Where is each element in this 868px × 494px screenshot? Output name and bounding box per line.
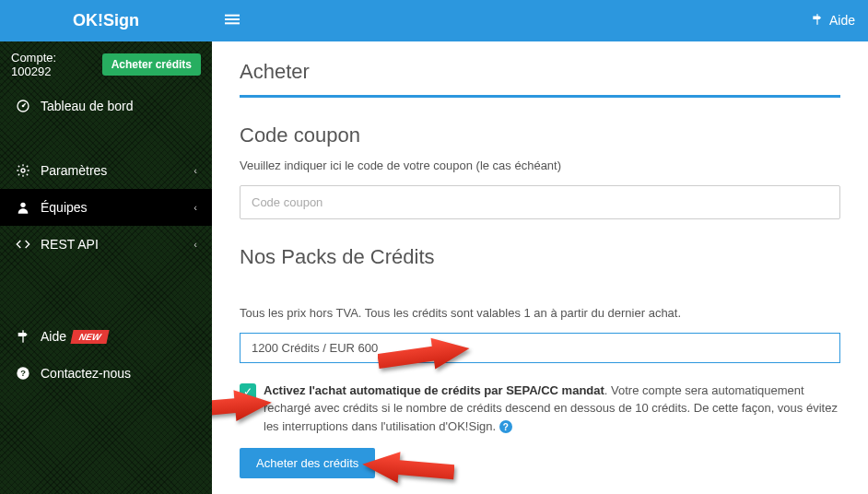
- buy-credits-small-button[interactable]: Acheter crédits: [102, 53, 201, 76]
- sidebar-item-params[interactable]: Paramètres ‹: [0, 152, 212, 189]
- tva-note: Tous les prix hors TVA. Tous les crédits…: [240, 306, 840, 320]
- buy-credits-button[interactable]: Acheter des crédits: [240, 448, 375, 478]
- user-icon: [15, 200, 31, 215]
- svg-text:?: ?: [20, 369, 26, 378]
- account-row: Compte: 100292 Acheter crédits: [0, 41, 212, 88]
- chevron-left-icon: ‹: [194, 202, 197, 213]
- gear-icon: [15, 163, 31, 178]
- coupon-heading: Code coupon: [240, 124, 840, 147]
- brand-logo: OK!Sign: [0, 0, 212, 41]
- page-title: Acheter: [240, 60, 840, 84]
- sidebar-item-rest-api[interactable]: REST API ‹: [0, 226, 212, 263]
- pack-select[interactable]: 1200 Crédits / EUR 600: [240, 333, 840, 363]
- sidebar-item-label: Paramètres: [41, 163, 107, 178]
- new-badge: NEW: [70, 330, 110, 344]
- account-label: Compte: 100292: [11, 51, 95, 78]
- sidebar-item-label: Tableau de bord: [41, 99, 133, 113]
- sidebar-item-label: Équipes: [41, 200, 88, 215]
- sidebar-item-help[interactable]: Aide NEW: [0, 318, 212, 355]
- svg-point-3: [20, 203, 25, 207]
- auto-purchase-text: Activez l'achat automatique de crédits p…: [264, 382, 840, 436]
- sidebar-item-teams[interactable]: Équipes ‹: [0, 189, 212, 226]
- info-icon[interactable]: ?: [499, 420, 512, 433]
- annotation-arrow-3: [362, 450, 454, 487]
- signpost-icon: [811, 13, 824, 29]
- packs-heading: Nos Packs de Crédits: [240, 245, 840, 269]
- sidebar-item-contact[interactable]: ? Contactez-nous: [0, 355, 212, 392]
- sidebar-item-label: Aide: [41, 329, 66, 344]
- svg-point-2: [21, 169, 25, 172]
- chevron-left-icon: ‹: [194, 239, 197, 250]
- dashboard-icon: [15, 99, 31, 113]
- menu-toggle-icon[interactable]: [225, 12, 240, 29]
- topbar-help-link[interactable]: Aide: [811, 13, 855, 29]
- question-icon: ?: [15, 366, 31, 381]
- code-icon: [15, 237, 31, 252]
- annotation-arrow-2: [212, 388, 272, 425]
- coupon-input[interactable]: [240, 185, 840, 219]
- sidebar-item-label: REST API: [41, 237, 99, 252]
- divider: [240, 95, 840, 98]
- annotation-arrow-1: [378, 336, 470, 373]
- svg-rect-9: [225, 22, 240, 24]
- svg-rect-8: [225, 18, 240, 20]
- chevron-left-icon: ‹: [194, 165, 197, 176]
- coupon-help-text: Veuillez indiquer ici le code de votre c…: [240, 159, 840, 172]
- sidebar-item-dashboard[interactable]: Tableau de bord: [0, 88, 212, 124]
- svg-rect-7: [225, 15, 240, 17]
- sidebar-item-label: Contactez-nous: [41, 366, 131, 381]
- signpost-icon: [15, 329, 31, 344]
- svg-point-1: [22, 105, 25, 108]
- topbar: Aide: [212, 0, 868, 41]
